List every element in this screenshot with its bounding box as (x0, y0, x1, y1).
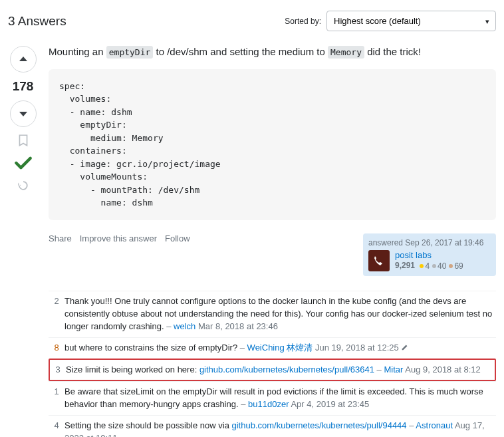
history-icon[interactable] (17, 179, 30, 192)
comment-user-link[interactable]: Mitar (384, 364, 403, 374)
pencil-icon (401, 343, 409, 351)
silver-badge: 40 (432, 261, 446, 272)
comment-score: 4 (49, 420, 64, 437)
comment-row: 2Thank you!!! One truly cannot configure… (49, 291, 496, 337)
comment-row: 1Be aware that sizeLimit on the emptyDir… (49, 381, 496, 415)
inline-code: emptyDir (106, 46, 154, 59)
comment-timestamp: Aug 9, 2018 at 8:12 (405, 364, 480, 374)
avatar-glyph-icon (372, 254, 386, 267)
comment-score: 1 (49, 386, 64, 411)
sort-label: Sorted by: (285, 17, 321, 26)
comment-score: 2 (49, 295, 64, 333)
comment-user-link[interactable]: Astronaut (416, 420, 453, 430)
comment-body: Size limit is being worked on here: gith… (66, 364, 493, 376)
answered-time: answered Sep 26, 2017 at 19:46 (368, 238, 491, 247)
caret-down-icon (18, 108, 29, 119)
comment-timestamp: Apr 4, 2019 at 23:45 (291, 399, 369, 409)
comment-body: Setting the size should be possible now … (64, 420, 496, 437)
bronze-badge: 69 (449, 261, 463, 272)
code-block: spec: volumes: - name: dshm emptyDir: me… (49, 69, 496, 220)
downvote-button[interactable] (10, 100, 37, 127)
comment-link[interactable]: github.com/kubernetes/kubernetes/pull/63… (199, 364, 374, 374)
comment-user-link[interactable]: welch (174, 321, 195, 331)
avatar[interactable] (368, 250, 390, 271)
comment-timestamp: Jun 19, 2018 at 12:25 (315, 343, 399, 353)
comment-body: Be aware that sizeLimit on the emptyDir … (64, 386, 496, 411)
share-link[interactable]: Share (49, 233, 72, 243)
follow-link[interactable]: Follow (165, 233, 190, 243)
caret-up-icon (18, 54, 29, 65)
comment-link[interactable]: github.com/kubernetes/kubernetes/pull/94… (232, 420, 407, 430)
upvote-button[interactable] (10, 46, 37, 73)
comments-list: 2Thank you!!! One truly cannot configure… (49, 291, 496, 437)
sort-select[interactable]: Highest score (default) (326, 11, 496, 31)
comment-row: 4Setting the size should be possible now… (49, 415, 496, 437)
comment-score: 3 (50, 364, 66, 376)
vote-count: 178 (13, 74, 34, 99)
comment-row: 8but where to constrains the size of emp… (49, 337, 496, 359)
improve-link[interactable]: Improve this answer (80, 233, 157, 243)
comment-row: 3Size limit is being worked on here: git… (49, 359, 496, 382)
inline-code: Memory (328, 46, 364, 59)
answers-heading: 3 Answers (8, 14, 66, 29)
author-card: answered Sep 26, 2017 at 19:46 posit lab… (363, 233, 496, 277)
vote-column: 178 (8, 45, 38, 437)
comment-timestamp: Mar 8, 2018 at 23:46 (198, 321, 278, 331)
comment-body: Thank you!!! One truly cannot configure … (64, 295, 496, 333)
bookmark-icon[interactable] (17, 134, 30, 147)
comment-user-link[interactable]: WeiChing 林煒清 (247, 343, 313, 353)
comment-body: but where to constrains the size of empt… (64, 342, 496, 355)
gold-badge: 4 (420, 261, 430, 272)
comment-user-link[interactable]: bu11d0zer (248, 399, 289, 409)
author-link[interactable]: posit labs (395, 250, 432, 260)
comment-score: 8 (49, 342, 64, 355)
reputation: 9,291 (395, 261, 415, 270)
accepted-check-icon (13, 152, 34, 174)
answer-text: Mounting an emptyDir to /dev/shm and set… (49, 45, 496, 60)
